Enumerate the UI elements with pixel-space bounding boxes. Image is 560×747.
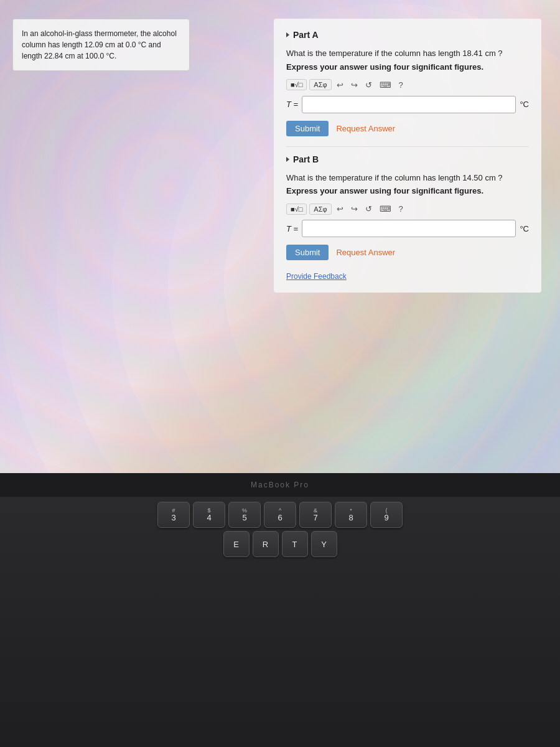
part-b-help-icon[interactable]: ?	[396, 203, 406, 215]
keyboard-row-qwerty: E R T Y	[0, 531, 560, 557]
part-b-question: What is the temperature if the column ha…	[286, 172, 529, 184]
key-4[interactable]: $ 4	[193, 502, 225, 528]
part-a-submit-button[interactable]: Submit	[286, 121, 329, 136]
part-a-undo-icon[interactable]: ↩	[334, 79, 346, 91]
part-b-toolbar: ■√□ AΣφ ↩ ↪ ↺ ⌨ ?	[286, 203, 529, 215]
part-a-question: What is the temperature if the column ha…	[286, 47, 529, 60]
key-e[interactable]: E	[223, 531, 250, 557]
part-a-redo-icon[interactable]: ↪	[348, 79, 360, 91]
part-b-label: Part B	[293, 154, 319, 164]
part-b-toolbar-sigma[interactable]: AΣφ	[309, 204, 331, 215]
part-b-answer-input[interactable]	[302, 220, 516, 237]
key-y[interactable]: Y	[311, 531, 337, 557]
part-a-header: Part A	[286, 30, 529, 40]
part-b-redo-icon[interactable]: ↪	[348, 203, 360, 215]
part-a-arrow	[286, 32, 289, 37]
part-a-btn-row: Submit Request Answer	[286, 121, 529, 136]
key-9[interactable]: ( 9	[370, 502, 403, 528]
part-a-help-icon[interactable]: ?	[396, 79, 406, 91]
part-b-unit: °C	[520, 224, 529, 233]
part-b-header: Part B	[286, 154, 529, 164]
part-divider	[286, 146, 529, 147]
part-b-input-row: T = °C	[286, 220, 529, 237]
part-b-keyboard-icon[interactable]: ⌨	[377, 203, 394, 215]
key-t[interactable]: T	[282, 531, 308, 557]
answer-panel: Part A What is the temperature if the co…	[274, 19, 541, 293]
problem-panel: In an alcohol-in-glass thermometer, the …	[12, 19, 190, 71]
part-a-request-link[interactable]: Request Answer	[336, 124, 395, 133]
key-r[interactable]: R	[253, 531, 279, 557]
part-a-answer-input[interactable]	[302, 96, 516, 113]
part-b-t-label: T =	[286, 224, 298, 233]
part-a-t-label: T =	[286, 100, 298, 109]
key-7[interactable]: & 7	[299, 502, 332, 528]
part-b-section: Part B What is the temperature if the co…	[286, 154, 529, 261]
part-a-toolbar-sigma[interactable]: AΣφ	[309, 79, 331, 90]
part-a-express: Express your answer using four significa…	[286, 62, 529, 72]
key-3[interactable]: # 3	[157, 502, 190, 528]
part-a-toolbar: ■√□ AΣφ ↩ ↪ ↺ ⌨ ?	[286, 79, 529, 91]
part-b-btn-row: Submit Request Answer	[286, 245, 529, 260]
feedback-link[interactable]: Provide Feedback	[286, 272, 347, 281]
part-a-label: Part A	[293, 30, 319, 40]
key-6[interactable]: ^ 6	[264, 502, 296, 528]
part-b-refresh-icon[interactable]: ↺	[363, 203, 375, 215]
part-b-undo-icon[interactable]: ↩	[334, 203, 346, 215]
key-5[interactable]: % 5	[228, 502, 261, 528]
screen: In an alcohol-in-glass thermometer, the …	[0, 0, 560, 473]
part-a-refresh-icon[interactable]: ↺	[363, 79, 375, 91]
key-8[interactable]: * 8	[335, 502, 367, 528]
keyboard-row-numbers: # 3 $ 4 % 5 ^ 6 & 7 * 8 ( 9	[0, 502, 560, 528]
part-a-toolbar-sqrt[interactable]: ■√□	[286, 79, 307, 90]
keyboard: # 3 $ 4 % 5 ^ 6 & 7 * 8 ( 9 E	[0, 497, 560, 747]
part-a-input-row: T = °C	[286, 96, 529, 113]
part-b-arrow	[286, 157, 289, 162]
part-b-toolbar-sqrt[interactable]: ■√□	[286, 204, 307, 215]
part-b-submit-button[interactable]: Submit	[286, 245, 329, 260]
part-a-unit: °C	[520, 100, 529, 109]
part-b-express: Express your answer using four significa…	[286, 186, 529, 195]
macbook-pro-label: MacBook Pro	[251, 481, 309, 489]
part-a-keyboard-icon[interactable]: ⌨	[377, 79, 394, 91]
problem-text: In an alcohol-in-glass thermometer, the …	[22, 28, 180, 62]
part-b-request-link[interactable]: Request Answer	[336, 248, 395, 257]
